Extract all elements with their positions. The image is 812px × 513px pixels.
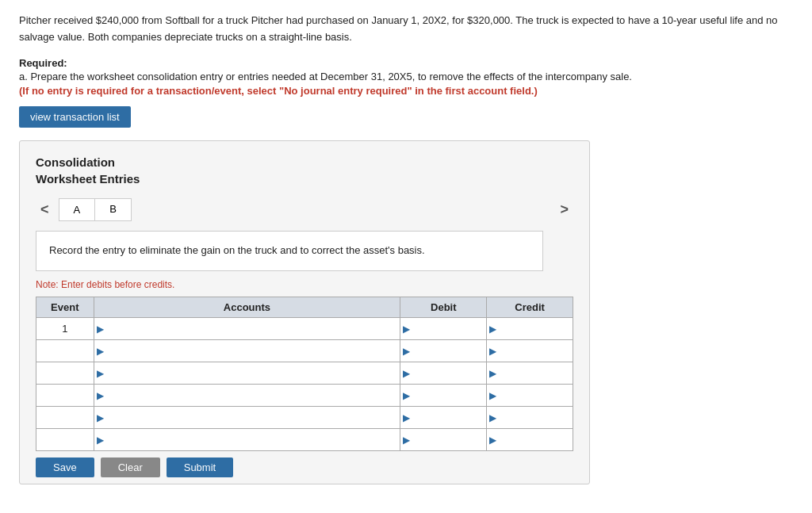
table-row-account-5[interactable]: ▶ [94,429,400,451]
credit-input-2[interactable] [499,362,573,384]
table-row-debit-3[interactable]: ▶ [400,385,487,407]
table-row-debit-0[interactable]: ▶ [400,318,487,340]
debit-arrow-icon-2: ▶ [400,368,412,379]
account-arrow-icon-4: ▶ [94,412,106,423]
debit-arrow-icon-1: ▶ [400,346,412,357]
consolidation-container: Consolidation Worksheet Entries < A B > … [19,140,590,484]
credit-arrow-icon-5: ▶ [487,435,499,446]
table-row-account-3[interactable]: ▶ [94,385,400,407]
credit-arrow-icon-3: ▶ [487,390,499,401]
table-row-debit-2[interactable]: ▶ [400,362,487,385]
table-row-credit-2[interactable]: ▶ [487,362,573,385]
table-row-account-1[interactable]: ▶ [94,340,400,362]
account-input-0[interactable] [106,318,400,339]
debit-input-5[interactable] [412,429,486,450]
table-row-account-4[interactable]: ▶ [94,407,400,429]
debit-input-1[interactable] [412,340,486,362]
credit-input-3[interactable] [499,385,573,406]
debit-arrow-icon-3: ▶ [400,390,412,401]
bottom-bar: SaveClearSubmit [36,451,573,484]
table-row-debit-1[interactable]: ▶ [400,340,487,362]
table-row-event-5 [36,429,94,451]
col-header-accounts: Accounts [94,297,400,318]
col-header-credit: Credit [487,297,573,318]
tab-nav-right[interactable]: > [555,200,573,220]
entry-description-text: Record the entry to eliminate the gain o… [49,244,425,256]
account-input-3[interactable] [106,385,400,406]
table-row-event-3 [36,385,94,407]
debit-input-3[interactable] [412,385,486,406]
journal-table: Event Accounts Debit Credit 1▶▶▶▶▶▶▶▶▶▶▶… [36,297,573,451]
table-row-event-0: 1 [36,318,94,340]
account-arrow-icon-1: ▶ [94,346,106,357]
account-input-1[interactable] [106,340,400,362]
tabs-container: A B [59,198,132,221]
credit-arrow-icon-4: ▶ [487,412,499,423]
account-input-5[interactable] [106,429,400,450]
entry-description-box: Record the entry to eliminate the gain o… [36,231,543,271]
credit-arrow-icon-2: ▶ [487,368,499,379]
credit-input-1[interactable] [499,340,573,362]
tab-nav-left[interactable]: < [36,200,54,220]
table-row-credit-4[interactable]: ▶ [487,407,573,429]
table-row-credit-1[interactable]: ▶ [487,340,573,362]
credit-input-4[interactable] [499,407,573,428]
account-arrow-icon-5: ▶ [94,435,106,446]
account-arrow-icon-3: ▶ [94,390,106,401]
note-text: Note: Enter debits before credits. [36,279,573,290]
account-arrow-icon-0: ▶ [94,323,106,335]
account-arrow-icon-2: ▶ [94,368,106,379]
consolidation-title: Consolidation Worksheet Entries [36,154,573,187]
debit-arrow-icon-5: ▶ [400,435,412,446]
required-item-a: a. Prepare the worksheet consolidation e… [19,71,632,82]
required-note: (If no entry is required for a transacti… [19,85,538,97]
table-row-account-0[interactable]: ▶ [94,318,400,340]
table-row-debit-5[interactable]: ▶ [400,429,487,451]
debit-input-2[interactable] [412,362,486,384]
col-header-debit: Debit [400,297,487,318]
view-transaction-button[interactable]: view transaction list [19,106,131,128]
credit-input-5[interactable] [499,429,573,450]
account-input-4[interactable] [106,407,400,428]
submit-button[interactable]: Submit [167,457,233,477]
account-input-2[interactable] [106,362,400,384]
debit-arrow-icon-0: ▶ [400,323,412,335]
debit-arrow-icon-4: ▶ [400,412,412,423]
table-row-event-2 [36,362,94,385]
credit-input-0[interactable] [499,318,573,339]
table-row-credit-5[interactable]: ▶ [487,429,573,451]
credit-arrow-icon-1: ▶ [487,346,499,357]
intro-text: Pitcher received $240,000 from Softball … [19,13,780,46]
required-label: Required: [19,57,67,69]
table-row-debit-4[interactable]: ▶ [400,407,487,429]
table-row-account-2[interactable]: ▶ [94,362,400,385]
credit-arrow-icon-0: ▶ [487,323,499,335]
tab-a[interactable]: A [59,199,96,220]
table-row-credit-0[interactable]: ▶ [487,318,573,340]
debit-input-4[interactable] [412,407,486,428]
tabs-row: < A B > [36,198,573,221]
save-button[interactable]: Save [36,457,94,477]
table-row-event-4 [36,407,94,429]
debit-input-0[interactable] [412,318,486,339]
col-header-event: Event [36,297,94,318]
clear-button[interactable]: Clear [101,457,160,477]
table-row-event-1 [36,340,94,362]
table-row-credit-3[interactable]: ▶ [487,385,573,407]
tab-b[interactable]: B [95,199,131,220]
required-section: Required: a. Prepare the worksheet conso… [19,57,780,98]
